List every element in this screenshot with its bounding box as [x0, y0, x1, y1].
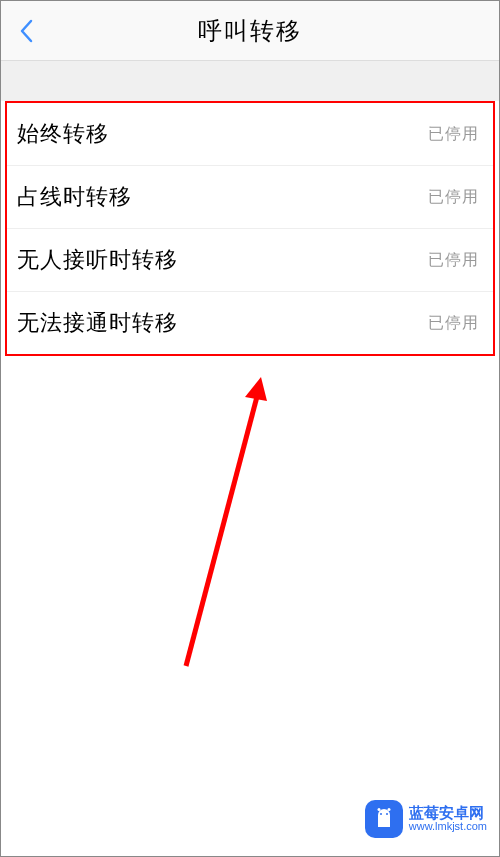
watermark-name: 蓝莓安卓网: [409, 805, 487, 821]
watermark-text: 蓝莓安卓网 www.lmkjst.com: [409, 805, 487, 832]
svg-point-5: [386, 813, 388, 815]
option-unreachable-forward[interactable]: 无法接通时转移 已停用: [7, 292, 493, 354]
page-title: 呼叫转移: [1, 15, 499, 47]
watermark-url: www.lmkjst.com: [409, 821, 487, 833]
svg-point-2: [377, 808, 380, 811]
option-always-forward[interactable]: 始终转移 已停用: [7, 103, 493, 166]
watermark: 蓝莓安卓网 www.lmkjst.com: [365, 800, 487, 838]
option-noanswer-forward[interactable]: 无人接听时转移 已停用: [7, 229, 493, 292]
option-status: 已停用: [428, 313, 479, 334]
option-label: 无法接通时转移: [17, 308, 178, 338]
svg-point-3: [387, 808, 390, 811]
header: 呼叫转移: [1, 1, 499, 61]
option-status: 已停用: [428, 187, 479, 208]
option-status: 已停用: [428, 250, 479, 271]
option-label: 无人接听时转移: [17, 245, 178, 275]
option-busy-forward[interactable]: 占线时转移 已停用: [7, 166, 493, 229]
svg-marker-1: [245, 377, 267, 401]
spacer: [1, 61, 499, 101]
chevron-left-icon: [19, 19, 33, 43]
option-label: 始终转移: [17, 119, 109, 149]
svg-line-0: [186, 389, 259, 666]
call-forward-list: 始终转移 已停用 占线时转移 已停用 无人接听时转移 已停用 无法接通时转移 已…: [5, 101, 495, 356]
back-button[interactable]: [19, 19, 33, 43]
watermark-icon: [365, 800, 403, 838]
option-status: 已停用: [428, 124, 479, 145]
svg-point-4: [380, 813, 382, 815]
option-label: 占线时转移: [17, 182, 132, 212]
annotation-arrow: [181, 371, 301, 671]
